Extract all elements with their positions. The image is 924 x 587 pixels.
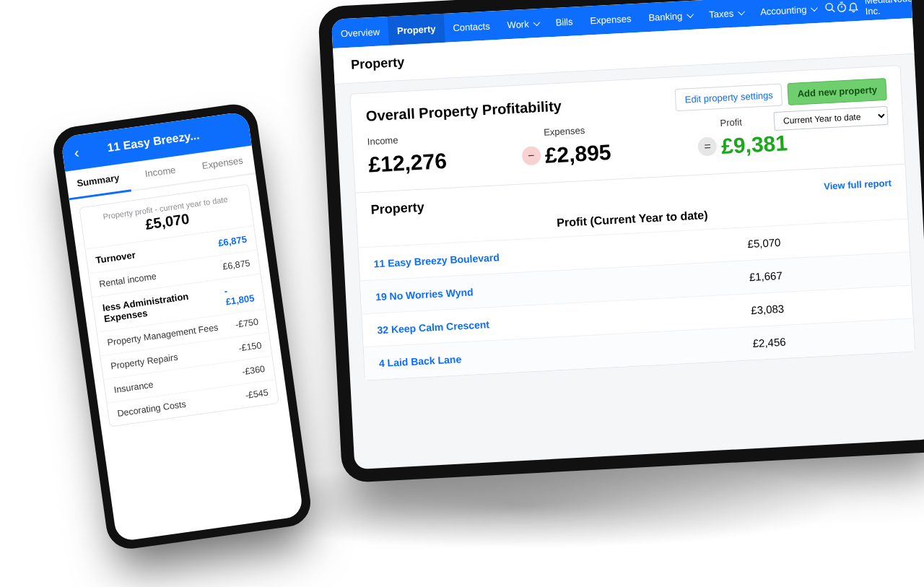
view-full-report-link[interactable]: View full report bbox=[824, 178, 892, 192]
line-value: -£150 bbox=[238, 340, 263, 353]
nav-banking[interactable]: Banking bbox=[639, 0, 701, 32]
svg-point-0 bbox=[826, 4, 833, 11]
nav-contacts[interactable]: Contacts bbox=[443, 11, 499, 43]
property-link[interactable]: 4 Laid Back Lane bbox=[378, 344, 639, 369]
tablet-device: Overview Property Contacts Work Bills Ex… bbox=[318, 0, 924, 483]
edit-property-settings-button[interactable]: Edit property settings bbox=[675, 83, 783, 111]
property-link[interactable]: 32 Keep Calm Crescent bbox=[377, 310, 637, 336]
summary-card: Property profit - current year to date £… bbox=[79, 184, 279, 427]
line-label: Decorating Costs bbox=[117, 399, 187, 419]
expenses-stat: Expenses £2,895 bbox=[544, 118, 713, 168]
line-label: Insurance bbox=[113, 380, 154, 396]
turnover-value: £6,875 bbox=[217, 234, 247, 248]
turnover-label: Turnover bbox=[95, 249, 136, 266]
equals-icon: = bbox=[697, 136, 717, 156]
line-value: -£545 bbox=[245, 388, 269, 401]
svg-point-2 bbox=[838, 4, 846, 12]
nav-property[interactable]: Property bbox=[388, 14, 445, 45]
line-value: -£360 bbox=[241, 364, 266, 377]
nav-work[interactable]: Work bbox=[498, 8, 548, 39]
property-link[interactable]: 19 No Worries Wynd bbox=[375, 277, 636, 303]
search-icon[interactable] bbox=[824, 1, 837, 14]
property-amount: £1,667 bbox=[635, 264, 896, 290]
line-value: -£750 bbox=[235, 317, 259, 330]
nav-taxes[interactable]: Taxes bbox=[699, 0, 752, 29]
line-label: Rental income bbox=[98, 271, 157, 290]
property-list-heading: Property bbox=[370, 200, 424, 218]
income-value: £12,276 bbox=[368, 144, 537, 177]
expenses-label: Expenses bbox=[544, 118, 712, 138]
company-menu[interactable]: MediaNode Inc. bbox=[858, 0, 924, 17]
timer-icon[interactable] bbox=[836, 1, 848, 14]
nav-bills[interactable]: Bills bbox=[546, 6, 583, 37]
property-amount: £2,456 bbox=[639, 329, 899, 355]
phone-device: ‹ 11 Easy Breezy... Summary Income Expen… bbox=[51, 101, 313, 552]
property-link[interactable]: 11 Easy Breezy Boulevard bbox=[373, 244, 634, 269]
property-amount: £3,083 bbox=[637, 297, 898, 323]
line-value: £6,875 bbox=[222, 258, 251, 271]
add-new-property-button[interactable]: Add new property bbox=[788, 78, 887, 105]
minus-icon: − bbox=[521, 146, 541, 165]
expenses-value: £2,895 bbox=[544, 135, 713, 168]
bell-icon[interactable] bbox=[847, 1, 860, 13]
nav-expenses[interactable]: Expenses bbox=[580, 4, 640, 35]
property-amount: £5,070 bbox=[634, 230, 894, 256]
line-label: Property Repairs bbox=[110, 352, 178, 372]
nav-overview[interactable]: Overview bbox=[331, 17, 389, 48]
profitability-panel: Overall Property Profitability Edit prop… bbox=[349, 65, 915, 381]
svg-line-1 bbox=[832, 9, 835, 12]
profit-value: £9,381 bbox=[720, 126, 889, 159]
income-stat: Income £12,276 bbox=[367, 127, 536, 177]
admin-value: -£1,805 bbox=[224, 282, 256, 307]
income-label: Income bbox=[367, 127, 535, 147]
